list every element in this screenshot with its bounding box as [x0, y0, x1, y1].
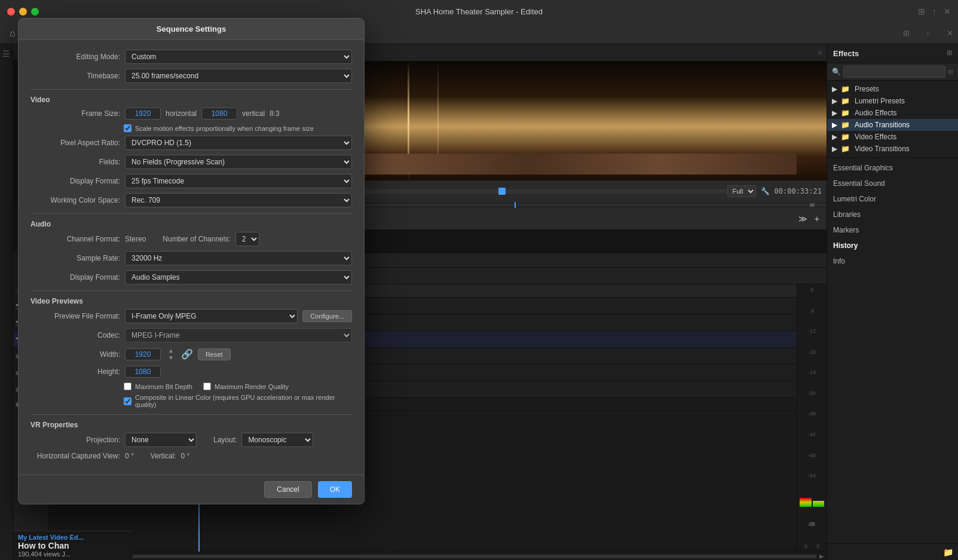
width-label: Width: — [30, 350, 120, 359]
link-down-icon: ▼ — [168, 354, 174, 361]
working-color-row: Working Color Space: Rec. 709 — [30, 193, 352, 207]
video-previews-title: Video Previews — [30, 297, 352, 305]
vertical-label2: Vertical: — [151, 452, 176, 460]
vertical-label: vertical — [242, 109, 265, 118]
audio-display-format-row: Display Format: Audio Samples — [30, 270, 352, 284]
height-input[interactable] — [125, 366, 161, 378]
display-format-label: Display Format: — [30, 177, 120, 185]
dialog-body: Editing Mode: Custom Timebase: 25.00 fra… — [19, 40, 364, 475]
separator-3 — [30, 290, 352, 291]
pixel-aspect-select[interactable]: DVCPRO HD (1.5) — [125, 136, 352, 150]
frame-size-row: Frame Size: horizontal vertical 8:3 — [30, 108, 352, 120]
sequence-settings-dialog: Sequence Settings Editing Mode: Custom T… — [18, 18, 365, 504]
codec-row: Codec: MPEG I-Frame — [30, 328, 352, 342]
display-format-select[interactable]: 25 fps Timecode — [125, 174, 352, 188]
audio-section-title: Audio — [30, 220, 352, 228]
vr-projection-row: Projection: None Layout: Monoscopic — [30, 433, 352, 447]
dialog-overlay: Sequence Settings Editing Mode: Custom T… — [0, 0, 958, 560]
fields-label: Fields: — [30, 158, 120, 166]
configure-button[interactable]: Configure... — [302, 310, 352, 322]
editing-mode-label: Editing Mode: — [30, 53, 120, 61]
num-channels-label: Number of Channels: — [163, 235, 230, 243]
horizontal-label: horizontal — [166, 109, 197, 118]
fields-row: Fields: No Fields (Progressive Scan) — [30, 155, 352, 169]
frame-size-label: Frame Size: — [30, 109, 120, 118]
video-section-title: Video — [30, 96, 352, 104]
vr-captured-row: Horizontal Captured View: 0 ° Vertical: … — [30, 452, 352, 460]
height-label: Height: — [30, 368, 120, 376]
timebase-label: Timebase: — [30, 72, 120, 80]
layout-select[interactable]: Monoscopic — [241, 433, 313, 447]
timebase-row: Timebase: 25.00 frames/second — [30, 69, 352, 83]
composite-linear-checkbox[interactable] — [124, 397, 131, 405]
scale-checkbox-row: Scale motion effects proportionally when… — [124, 124, 352, 132]
pixel-aspect-label: Pixel Aspect Ratio: — [30, 139, 120, 147]
separator-2 — [30, 213, 352, 214]
fields-select[interactable]: No Fields (Progressive Scan) — [125, 155, 352, 169]
frame-width-input[interactable] — [125, 108, 161, 120]
height-row: Height: — [30, 366, 352, 378]
editing-mode-row: Editing Mode: Custom — [30, 50, 352, 64]
separator-4 — [30, 414, 352, 415]
horiz-captured-label: Horizontal Captured View: — [30, 452, 120, 460]
aspect-label: 8:3 — [270, 109, 280, 118]
channel-format-label: Channel Format: — [30, 235, 120, 243]
editing-mode-select[interactable]: Custom — [125, 50, 352, 64]
working-color-label: Working Color Space: — [30, 196, 120, 204]
chain-link-icon[interactable]: 🔗 — [181, 348, 193, 360]
dialog-title: Sequence Settings — [19, 19, 364, 40]
pixel-aspect-row: Pixel Aspect Ratio: DVCPRO HD (1.5) — [30, 136, 352, 150]
preview-file-select[interactable]: I-Frame Only MPEG — [125, 309, 298, 323]
max-render-quality-checkbox[interactable] — [203, 382, 211, 390]
channel-format-value: Stereo — [125, 235, 146, 243]
composite-linear-label: Composite in Linear Color (requires GPU … — [135, 394, 352, 408]
codec-label: Codec: — [30, 331, 120, 339]
preview-file-label: Preview File Format: — [30, 312, 120, 320]
separator-1 — [30, 89, 352, 90]
ok-button[interactable]: OK — [318, 481, 352, 498]
max-bit-depth-checkbox[interactable] — [124, 382, 131, 390]
scale-checkbox[interactable] — [124, 124, 131, 132]
reset-button[interactable]: Reset — [198, 348, 231, 360]
horiz-captured-value: 0 ° — [125, 452, 134, 460]
display-format-row: Display Format: 25 fps Timecode — [30, 174, 352, 188]
codec-select: MPEG I-Frame — [125, 328, 352, 342]
link-arrows: ▲ ▼ — [168, 347, 174, 361]
sample-rate-row: Sample Rate: 32000 Hz — [30, 251, 352, 265]
scale-label: Scale motion effects proportionally when… — [135, 125, 314, 132]
vr-section-title: VR Properties — [30, 421, 352, 429]
max-render-quality-label: Maximum Render Quality — [215, 383, 289, 390]
frame-height-input[interactable] — [201, 108, 237, 120]
width-row: Width: ▲ ▼ 🔗 Reset — [30, 347, 352, 361]
channel-format-row: Channel Format: Stereo Number of Channel… — [30, 232, 352, 246]
sample-rate-label: Sample Rate: — [30, 254, 120, 262]
working-color-select[interactable]: Rec. 709 — [125, 193, 352, 207]
timebase-select[interactable]: 25.00 frames/second — [125, 69, 352, 83]
num-channels-select[interactable]: 2 — [235, 232, 259, 246]
preview-format-row: Preview File Format: I-Frame Only MPEG C… — [30, 309, 352, 323]
width-input[interactable] — [125, 348, 161, 360]
projection-select[interactable]: None — [125, 433, 197, 447]
max-bit-depth-row: Maximum Bit Depth Maximum Render Quality — [124, 382, 352, 390]
audio-display-format-select[interactable]: Audio Samples — [125, 270, 352, 284]
layout-label: Layout: — [213, 436, 237, 444]
dialog-footer: Cancel OK — [19, 475, 364, 504]
sample-rate-select[interactable]: 32000 Hz — [125, 251, 352, 265]
audio-display-format-label: Display Format: — [30, 273, 120, 281]
max-bit-depth-label: Maximum Bit Depth — [135, 383, 192, 390]
vertical-value: 0 ° — [181, 452, 190, 460]
link-up-icon: ▲ — [168, 347, 174, 354]
cancel-button[interactable]: Cancel — [264, 481, 311, 498]
projection-label: Projection: — [30, 436, 120, 444]
composite-linear-row: Composite in Linear Color (requires GPU … — [124, 394, 352, 408]
